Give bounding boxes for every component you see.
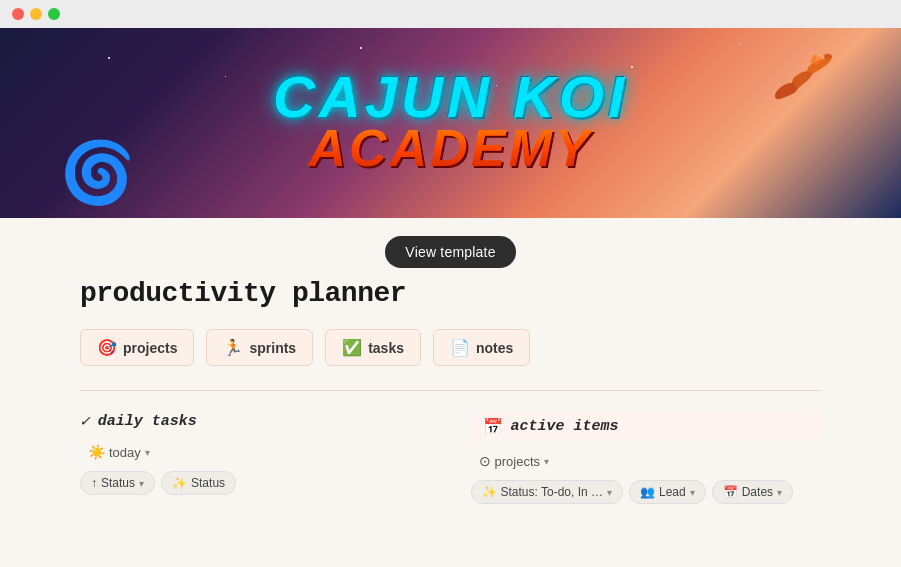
active-items-filter-row: ⊙ projects ▾: [471, 450, 822, 472]
lead-chip[interactable]: 👥 Lead ▾: [629, 480, 706, 504]
status-chip-2[interactable]: ✨ Status: [161, 471, 236, 495]
dates-chevron: ▾: [777, 487, 782, 498]
sections-container: ✓ daily tasks ☀️ today ▾ ↑ Status ▾ ✨ S: [80, 411, 821, 504]
lead-chevron: ▾: [690, 487, 695, 498]
status-todo-chevron: ▾: [607, 487, 612, 498]
dates-label: Dates: [742, 485, 773, 499]
calendar-icon: 📅: [483, 417, 503, 436]
dragon-icon: [761, 48, 841, 108]
main-content: View template productivity planner 🎯 pro…: [0, 236, 901, 504]
status-chip-1-label: Status: [101, 476, 135, 490]
tab-sprints[interactable]: 🏃 sprints: [206, 329, 313, 366]
today-filter[interactable]: ☀️ today ▾: [80, 441, 158, 463]
tasks-tab-icon: ✅: [342, 338, 362, 357]
dates-calendar-icon: 📅: [723, 485, 738, 499]
nav-tabs: 🎯 projects 🏃 sprints ✅ tasks 📄 notes: [80, 329, 821, 366]
tab-tasks[interactable]: ✅ tasks: [325, 329, 421, 366]
status-todo-chip[interactable]: ✨ Status: To-do, In … ▾: [471, 480, 624, 504]
status-sparkle-icon: ✨: [482, 485, 497, 499]
titlebar: [0, 0, 901, 28]
projects-tab-label: projects: [123, 340, 177, 356]
dates-chip[interactable]: 📅 Dates ▾: [712, 480, 793, 504]
maximize-button[interactable]: [48, 8, 60, 20]
active-items-header: 📅 active items: [471, 411, 822, 442]
daily-tasks-header: ✓ daily tasks: [80, 411, 431, 431]
projects-filter-icon: ⊙: [479, 453, 491, 469]
page-title: productivity planner: [80, 278, 821, 309]
tasks-tab-label: tasks: [368, 340, 404, 356]
banner-line2: ACADEMY: [273, 118, 628, 178]
active-items-title: active items: [511, 418, 619, 435]
projects-filter-label: projects: [495, 454, 541, 469]
today-filter-label: today: [109, 445, 141, 460]
projects-filter[interactable]: ⊙ projects ▾: [471, 450, 558, 472]
cloud-logo: 🌀: [60, 137, 135, 208]
projects-chevron-icon: ▾: [544, 456, 549, 467]
tab-projects[interactable]: 🎯 projects: [80, 329, 194, 366]
daily-tasks-filter-row: ☀️ today ▾: [80, 441, 431, 463]
status-chip-2-label: Status: [191, 476, 225, 490]
status-chip-1-chevron: ▾: [139, 478, 144, 489]
view-template-container: View template: [80, 236, 821, 268]
banner-title: CAJUN KOI ACADEMY: [273, 68, 628, 178]
banner: CAJUN KOI ACADEMY 🌀: [0, 28, 901, 218]
notes-tab-label: notes: [476, 340, 513, 356]
lead-people-icon: 👥: [640, 485, 655, 499]
active-items-section: 📅 active items ⊙ projects ▾ ✨ Status: To…: [471, 411, 822, 504]
view-template-button[interactable]: View template: [385, 236, 515, 268]
sparkle-icon: ✨: [172, 476, 187, 490]
sprints-tab-icon: 🏃: [223, 338, 243, 357]
sprints-tab-label: sprints: [249, 340, 296, 356]
daily-tasks-title: daily tasks: [98, 413, 197, 430]
daily-tasks-chips: ↑ Status ▾ ✨ Status: [80, 471, 431, 495]
section-divider: [80, 390, 821, 391]
minimize-button[interactable]: [30, 8, 42, 20]
daily-tasks-section: ✓ daily tasks ☀️ today ▾ ↑ Status ▾ ✨ S: [80, 411, 431, 504]
status-up-icon: ↑: [91, 476, 97, 490]
checkmark-icon: ✓: [80, 411, 90, 431]
status-chip-1[interactable]: ↑ Status ▾: [80, 471, 155, 495]
notes-tab-icon: 📄: [450, 338, 470, 357]
tab-notes[interactable]: 📄 notes: [433, 329, 530, 366]
today-chevron-icon: ▾: [145, 447, 150, 458]
sun-icon: ☀️: [88, 444, 105, 460]
lead-label: Lead: [659, 485, 686, 499]
status-todo-label: Status: To-do, In …: [501, 485, 604, 499]
projects-tab-icon: 🎯: [97, 338, 117, 357]
active-items-chips: ✨ Status: To-do, In … ▾ 👥 Lead ▾ 📅 Dates…: [471, 480, 822, 504]
close-button[interactable]: [12, 8, 24, 20]
